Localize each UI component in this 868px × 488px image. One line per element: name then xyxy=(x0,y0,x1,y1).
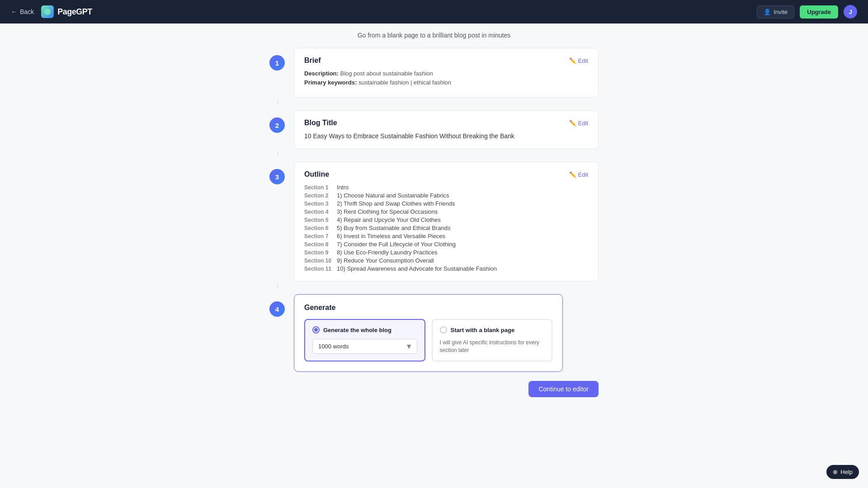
step-3-number: 3 xyxy=(269,169,285,184)
word-count-select[interactable]: 500 words750 words1000 words1500 words20… xyxy=(312,339,417,354)
outline-section-label: Section 10 xyxy=(304,257,331,264)
generate-card: Generate Generate the whole blog 500 wor… xyxy=(294,294,563,372)
outline-section-value: 10) Spread Awareness and Advocate for Su… xyxy=(337,265,588,272)
upgrade-button[interactable]: Upgrade xyxy=(800,5,838,19)
invite-label: Invite xyxy=(774,9,788,15)
continue-row: Continue to editor xyxy=(262,381,606,397)
step-2-card: Blog Title ✏️ Edit 10 Easy Ways to Embra… xyxy=(294,110,599,149)
radio-dot-empty xyxy=(440,326,447,333)
blank-page-desc: I will give AI specific instructions for… xyxy=(440,339,545,354)
continue-to-editor-button[interactable]: Continue to editor xyxy=(528,381,599,397)
invite-button[interactable]: 👤 Invite xyxy=(757,5,794,19)
outline-section-label: Section 2 xyxy=(304,192,331,199)
outline-section-label: Section 4 xyxy=(304,208,331,215)
help-label: Help xyxy=(840,469,853,475)
generate-title: Generate xyxy=(304,304,552,312)
outline-section-value: 1) Choose Natural and Sustainable Fabric… xyxy=(337,192,588,199)
outline-section-value: 7) Consider the Full Lifecycle of Your C… xyxy=(337,241,588,248)
header-left: ← Back PageGPT xyxy=(11,5,92,18)
step-4-container: 4 Generate Generate the whole blog 500 w… xyxy=(262,294,606,372)
outline-section-value: Intro xyxy=(337,184,588,191)
outline-section-value: 3) Rent Clothing for Special Occasions xyxy=(337,208,588,215)
blank-page-option[interactable]: Start with a blank page I will give AI s… xyxy=(432,319,553,361)
description-value: Blog post about sustainable fashion xyxy=(340,70,433,77)
outline-section-label: Section 8 xyxy=(304,241,331,248)
description-field: Description: Blog post about sustainable… xyxy=(304,70,588,77)
step-1-header: Brief ✏️ Edit xyxy=(304,56,588,65)
keywords-value: sustainable fashion | ethical fashion xyxy=(359,79,451,86)
user-icon: 👤 xyxy=(764,9,771,15)
blank-page-label: Start with a blank page xyxy=(451,327,515,333)
blog-title-value: 10 Easy Ways to Embrace Sustainable Fash… xyxy=(304,132,588,140)
outline-section-label: Section 3 xyxy=(304,200,331,207)
step-2-edit-label: Edit xyxy=(578,120,588,127)
edit-icon-2: ✏️ xyxy=(569,120,576,127)
generate-whole-option[interactable]: Generate the whole blog 500 words750 wor… xyxy=(304,319,425,361)
outline-section-label: Section 11 xyxy=(304,265,331,272)
outline-section-value: 6) Invest in Timeless and Versatile Piec… xyxy=(337,233,588,239)
outline-section-value: 5) Buy from Sustainable and Ethical Bran… xyxy=(337,225,588,231)
generate-options: Generate the whole blog 500 words750 wor… xyxy=(304,319,552,361)
step-3-container: 3 Outline ✏️ Edit Section 1IntroSection … xyxy=(262,162,606,283)
step-1-edit-button[interactable]: ✏️ Edit xyxy=(569,57,588,64)
keywords-field: Primary keywords: sustainable fashion | … xyxy=(304,79,588,86)
outline-section-label: Section 1 xyxy=(304,184,331,191)
step-2-number: 2 xyxy=(269,117,285,133)
avatar-initials: J xyxy=(849,9,852,15)
step-1-edit-label: Edit xyxy=(578,57,588,64)
outline-section-value: 9) Reduce Your Consumption Overall xyxy=(337,257,588,264)
step-3-card: Outline ✏️ Edit Section 1IntroSection 21… xyxy=(294,162,599,282)
blank-page-radio: Start with a blank page xyxy=(440,326,545,333)
step-2-container: 2 Blog Title ✏️ Edit 10 Easy Ways to Emb… xyxy=(262,110,606,151)
logo-text: PageGPT xyxy=(57,7,92,17)
step-3-header: Outline ✏️ Edit xyxy=(304,170,588,178)
step-3-edit-button[interactable]: ✏️ Edit xyxy=(569,171,588,178)
radio-dot-filled xyxy=(312,326,320,333)
outline-section-label: Section 5 xyxy=(304,216,331,223)
step-2-title: Blog Title xyxy=(304,119,337,127)
step-2-edit-button[interactable]: ✏️ Edit xyxy=(569,120,588,127)
outline-grid: Section 1IntroSection 21) Choose Natural… xyxy=(304,184,588,272)
step-3-edit-label: Edit xyxy=(578,171,588,178)
svg-point-0 xyxy=(44,9,51,15)
help-button[interactable]: ⊕ Help xyxy=(826,465,859,479)
logo-area: PageGPT xyxy=(41,5,92,18)
header: ← Back PageGPT 👤 Invite Upgrade J xyxy=(0,0,868,23)
back-arrow-icon: ← xyxy=(11,8,17,15)
step-line-3 xyxy=(277,283,278,289)
subtitle: Go from a blank page to a brilliant blog… xyxy=(262,23,606,42)
generate-whole-label: Generate the whole blog xyxy=(323,327,392,333)
main-content: Go from a blank page to a brilliant blog… xyxy=(262,23,606,433)
outline-section-label: Section 9 xyxy=(304,249,331,256)
keywords-label: Primary keywords: xyxy=(304,79,357,86)
step-1-container: 1 Brief ✏️ Edit Description: Blog post a… xyxy=(262,48,606,99)
back-label: Back xyxy=(20,8,34,15)
help-icon: ⊕ xyxy=(833,469,838,475)
edit-icon-3: ✏️ xyxy=(569,171,576,178)
outline-section-value: 2) Thrift Shop and Swap Clothes with Fri… xyxy=(337,200,588,207)
outline-section-value: 8) Use Eco-Friendly Laundry Practices xyxy=(337,249,588,256)
step-2-header: Blog Title ✏️ Edit xyxy=(304,119,588,127)
step-4-number: 4 xyxy=(269,301,285,317)
outline-section-label: Section 7 xyxy=(304,233,331,239)
generate-whole-radio: Generate the whole blog xyxy=(312,326,417,333)
step-1-title: Brief xyxy=(304,56,321,65)
upgrade-label: Upgrade xyxy=(807,9,831,15)
step-3-title: Outline xyxy=(304,170,329,178)
continue-label: Continue to editor xyxy=(538,385,589,393)
outline-section-value: 4) Repair and Upcycle Your Old Clothes xyxy=(337,216,588,223)
step-line-1 xyxy=(277,99,278,105)
word-count-wrapper: 500 words750 words1000 words1500 words20… xyxy=(312,339,417,354)
description-label: Description: xyxy=(304,70,339,77)
step-line-2 xyxy=(277,151,278,156)
edit-icon: ✏️ xyxy=(569,57,576,64)
step-1-card: Brief ✏️ Edit Description: Blog post abo… xyxy=(294,48,599,98)
header-right: 👤 Invite Upgrade J xyxy=(757,5,857,19)
logo-icon xyxy=(41,5,54,18)
step-1-number: 1 xyxy=(269,55,285,70)
outline-section-label: Section 6 xyxy=(304,225,331,231)
avatar: J xyxy=(844,5,857,19)
back-button[interactable]: ← Back xyxy=(11,8,34,15)
